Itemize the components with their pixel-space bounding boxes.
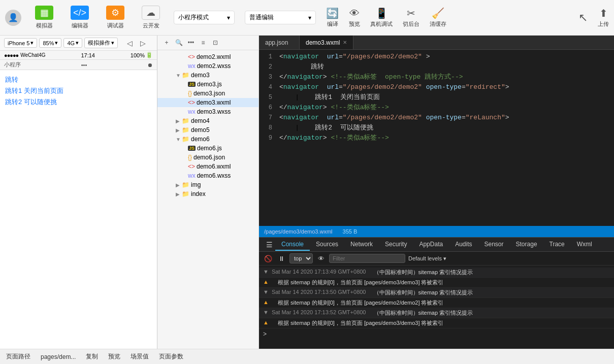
tree-item-img[interactable]: ▶📁img	[157, 180, 258, 189]
compile-select[interactable]: 普通编辑 ▾	[245, 11, 316, 24]
devtools-tab-security[interactable]: Security	[379, 239, 413, 251]
code-line-6: 6</navigator> <!--类似a标签-->	[259, 103, 614, 113]
upload-btn[interactable]: ⬆ 上传	[598, 7, 609, 28]
line-number: 6	[259, 103, 277, 113]
rotate-right-btn[interactable]: ▷	[137, 38, 148, 49]
editor-btn[interactable]: </> 编辑器	[67, 6, 92, 29]
devtools-tab-network[interactable]: Network	[344, 239, 379, 251]
tree-item-demo4[interactable]: ▶📁demo4	[157, 116, 258, 125]
log-message: （中国标准时间）sitemap 索引情况提示	[374, 289, 473, 296]
mode-select[interactable]: 小程序模式 ▾	[174, 11, 235, 24]
signal-indicator: ●●●●●	[4, 52, 18, 58]
add-file-btn[interactable]: +	[161, 38, 172, 48]
cloud-icon: ☁	[142, 6, 160, 20]
tab-app-json[interactable]: app.json	[259, 36, 300, 49]
phone-link3[interactable]: 跳转2 可以随便挑	[5, 97, 152, 107]
line-number: 8	[259, 123, 277, 133]
layout-btn[interactable]: ⊡	[210, 38, 220, 48]
footer-action3[interactable]: 页面参数	[159, 352, 183, 361]
tree-item-demo6js[interactable]: JSdemo6.js	[157, 144, 258, 153]
devtools-menu-btn[interactable]: ☰	[263, 239, 275, 251]
devtools-tab-appdata[interactable]: AppData	[413, 239, 449, 251]
simulator-btn[interactable]: ▦ 模拟器	[31, 6, 57, 29]
log-entry: ▼Sat Mar 14 2020 17:13:50 GMT+0800 （中国标准…	[259, 288, 614, 298]
devtools-tab-wxml[interactable]: Wxml	[571, 239, 598, 251]
phone-time: 17:14	[46, 52, 131, 58]
collapse-btn[interactable]: ≡	[198, 38, 208, 48]
cut-btn[interactable]: ✂ 切后台	[403, 7, 419, 28]
real-device-btn[interactable]: 📱 真机调试	[370, 7, 393, 28]
footer-action1[interactable]: 复制	[86, 352, 98, 361]
tab-demo3-wxml-label: demo3.wxml	[306, 39, 340, 46]
rotate-left-btn[interactable]: ◁	[124, 38, 135, 49]
cloud-btn[interactable]: ☁ 云开发	[138, 6, 164, 29]
eye-btn[interactable]: 👁	[316, 253, 326, 263]
footer-label2: 场景值	[131, 352, 149, 361]
devtools-tab-sources[interactable]: Sources	[310, 239, 344, 251]
code-editor[interactable]: 1<navigator url="/pages/demo2/demo2" >2 …	[259, 50, 614, 226]
footer-action2[interactable]: 预览	[108, 352, 120, 361]
tree-item-demo5[interactable]: ▶📁demo5	[157, 125, 258, 135]
devtools-tab-audits[interactable]: Audits	[449, 239, 478, 251]
phone-link1[interactable]: 跳转	[5, 75, 152, 84]
default-levels-btn[interactable]: Default levels ▾	[408, 255, 446, 262]
network-select[interactable]: 4G ▾	[63, 38, 82, 48]
device-arrow: ▾	[30, 40, 34, 46]
phone-link2[interactable]: 跳转1 关闭当前页面	[5, 86, 152, 95]
debugger-btn[interactable]: ⚙ 调试器	[103, 6, 128, 29]
tree-item-demo3wxss[interactable]: wxdemo3.wxss	[157, 107, 258, 116]
context-select[interactable]: top	[289, 253, 313, 263]
tree-item-demo6wxml[interactable]: <>demo6.wxml	[157, 162, 258, 171]
devtools-toolbar: 🚫 ⏸ top 👁 Default levels ▾	[259, 252, 614, 266]
more-icon[interactable]: •••	[81, 62, 87, 68]
pause-btn[interactable]: ⏸	[276, 253, 286, 263]
tree-item-demo3wxml[interactable]: <>demo3.wxml	[157, 98, 258, 107]
debugger-label: 调试器	[107, 22, 124, 29]
line-number: 5	[259, 92, 277, 103]
devtools-tab-sensor[interactable]: Sensor	[478, 239, 510, 251]
tree-item-name: demo3	[191, 72, 210, 79]
tree-item-demo2wxml[interactable]: <>demo2.wxml	[157, 52, 258, 61]
close-tab-btn[interactable]: ✕	[343, 40, 347, 45]
refresh-btn[interactable]: 🔄 编译	[326, 7, 339, 28]
devtools-tab-storage[interactable]: Storage	[510, 239, 543, 251]
line-content: </navigator> <!--类似a标签 open-type 跳转方式-->	[277, 72, 463, 82]
upload-label: 上传	[598, 20, 609, 28]
filter-input[interactable]	[329, 254, 405, 263]
device-select[interactable]: iPhone 5 ▾	[4, 38, 37, 48]
battery-icon: 🔋	[146, 52, 153, 58]
tree-item-demo2wxss[interactable]: wxdemo2.wxss	[157, 61, 258, 71]
more-options-btn[interactable]: •••	[186, 38, 196, 48]
user-avatar[interactable]: 👤	[5, 10, 21, 26]
tree-item-name: demo6.wxml	[197, 163, 231, 170]
tree-item-demo3json[interactable]: {}demo3.json	[157, 89, 258, 98]
tree-item-demo6[interactable]: ▼📁demo6	[157, 135, 258, 144]
compile-label: 普通编辑	[249, 13, 274, 22]
zoom-select[interactable]: 85% ▾	[39, 38, 61, 48]
tree-item-demo6json[interactable]: {}demo6.json	[157, 153, 258, 162]
tree-item-name: demo6.js	[197, 145, 222, 152]
console-prompt[interactable]: >	[259, 328, 614, 340]
line-content: </navigator> <!--类似a标签-->	[277, 103, 389, 113]
tab-demo3-wxml[interactable]: demo3.wxml ✕	[300, 36, 353, 49]
clear-btn[interactable]: 🧹 清缓存	[430, 7, 446, 28]
log-message: （中国标准时间）sitemap 索引情况提示	[374, 269, 473, 276]
tree-item-demo3js[interactable]: JSdemo3.js	[157, 80, 258, 89]
phone-icon: 📱	[375, 7, 388, 19]
devtools-tab-trace[interactable]: Trace	[543, 239, 571, 251]
preview-btn[interactable]: 👁 预览	[349, 8, 360, 28]
network-arrow: ▾	[76, 40, 79, 46]
tree-item-demo6wxss[interactable]: wxdemo6.wxss	[157, 171, 258, 180]
devtools-tab-console[interactable]: Console	[275, 239, 310, 251]
tree-item-index[interactable]: ▶📁index	[157, 189, 258, 198]
clear-console-btn[interactable]: 🚫	[263, 253, 273, 263]
tree-item-demo3[interactable]: ▼📁demo3	[157, 71, 258, 80]
operation-select[interactable]: 模拟操作 ▾	[84, 38, 118, 48]
editor-wrapper: app.json demo3.wxml ✕ 1<navigator url="/…	[259, 36, 614, 349]
simulator-icon: ▦	[35, 6, 53, 20]
log-message: （中国标准时间）sitemap 索引情况提示	[374, 309, 473, 317]
footer-path[interactable]: pages/dem...	[41, 353, 76, 360]
operation-value: 模拟操作	[88, 39, 110, 47]
tab-app-json-label: app.json	[265, 39, 288, 46]
search-files-btn[interactable]: 🔍	[174, 38, 184, 48]
